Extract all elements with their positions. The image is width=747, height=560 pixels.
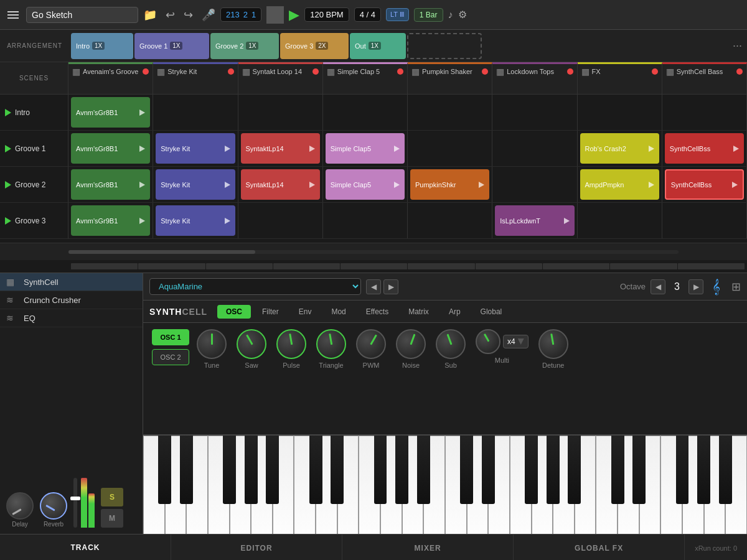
redo-button[interactable]: ↪ (180, 6, 197, 24)
tab-arp[interactable]: Arp (440, 305, 469, 319)
track-header-1[interactable]: ▦Stryke Kit (153, 62, 238, 94)
black-key-17[interactable] (525, 436, 538, 504)
track-header-6[interactable]: ▦FX (578, 62, 662, 94)
track-header-4[interactable]: ▦Pumpkin Shaker (408, 62, 492, 94)
tab-track[interactable]: TRACK (0, 534, 171, 560)
clip-intro-0[interactable]: Avnm'sGr8B1 (68, 95, 153, 130)
black-key-12[interactable] (417, 436, 430, 504)
clip-intro-4[interactable] (408, 95, 492, 130)
menu-button[interactable] (5, 9, 21, 21)
clip-g3-1[interactable]: Stryke Kit (153, 203, 238, 238)
track-header-0[interactable]: ▦Avenaim's Groove (68, 62, 153, 94)
grid-view-icon[interactable]: ⊞ (731, 280, 741, 294)
arr-clip-groove3[interactable]: Groove 3 2X (280, 33, 349, 59)
black-key-19[interactable] (568, 436, 581, 504)
clip-g1-1[interactable]: Stryke Kit (153, 131, 238, 166)
tune-icon[interactable]: ♪ (448, 9, 453, 21)
clip-g3-5[interactable]: IsLpLckdwnT (492, 203, 577, 238)
black-key-24[interactable] (676, 436, 689, 504)
piano-keyboard[interactable] (143, 434, 747, 534)
instrument-item-synthcell[interactable]: ▦ SynthCell (0, 273, 143, 291)
tab-env[interactable]: Env (290, 305, 321, 319)
clip-g3-2[interactable] (238, 203, 323, 238)
black-key-5[interactable] (266, 436, 279, 504)
arr-clip-empty[interactable] (407, 33, 482, 59)
arrangement-more-button[interactable]: ··· (728, 39, 747, 52)
clip-g1-7[interactable]: SynthCellBss (662, 131, 747, 166)
clip-g1-4[interactable] (408, 131, 492, 166)
instrument-item-crunchcrusher[interactable]: ≋ Crunch Crusher (0, 291, 143, 309)
mute-button[interactable]: M (101, 509, 123, 528)
clip-g2-0[interactable]: Avnm'sGr8B1 (68, 167, 153, 202)
preset-select[interactable]: AquaMarine (149, 278, 361, 295)
clip-intro-1[interactable] (153, 95, 238, 130)
tab-editor[interactable]: EDITOR (171, 534, 342, 560)
arr-clip-groove2[interactable]: Groove 2 1X (210, 33, 279, 59)
tab-globalfx[interactable]: GLOBAL FX (514, 534, 685, 560)
instrument-item-eq[interactable]: ≋ EQ (0, 309, 143, 327)
scene-row-groove3[interactable]: Groove 3 (0, 203, 68, 239)
clip-intro-5[interactable] (492, 95, 577, 130)
clip-g3-3[interactable] (323, 203, 408, 238)
preset-next-button[interactable]: ▶ (383, 279, 398, 294)
clip-intro-7[interactable] (662, 95, 747, 130)
osc1-button[interactable]: OSC 1 (152, 329, 189, 345)
clip-g2-5[interactable] (492, 167, 577, 202)
arr-clip-groove1[interactable]: Groove 1 1X (134, 33, 209, 59)
clip-g2-6[interactable]: AmpdPmpkn (578, 167, 662, 202)
undo-button[interactable]: ↩ (162, 6, 179, 24)
multi-selector[interactable]: x4 (503, 335, 529, 348)
black-key-18[interactable] (547, 436, 560, 504)
bar-select[interactable]: 1 Bar (414, 8, 443, 22)
clip-g3-6[interactable] (578, 203, 662, 238)
stop-button[interactable] (266, 6, 284, 24)
pwm-knob[interactable] (356, 329, 386, 359)
track-header-7[interactable]: ▦SynthCell Bass (662, 62, 747, 94)
track-header-5[interactable]: ▦Lockdown Tops (492, 62, 577, 94)
play-button[interactable]: ▶ (289, 7, 299, 23)
clip-g2-4[interactable]: PumpkinShkr (408, 167, 492, 202)
clip-g1-0[interactable]: Avnm'sGr8B1 (68, 131, 153, 166)
preset-prev-button[interactable]: ◀ (366, 279, 381, 294)
black-key-4[interactable] (245, 436, 258, 504)
black-key-7[interactable] (309, 436, 322, 504)
black-key-25[interactable] (697, 436, 710, 504)
solo-button[interactable]: S (101, 488, 123, 506)
settings-icon[interactable]: ⚙ (458, 9, 467, 21)
clip-g1-3[interactable]: Simple Clap5 (323, 131, 408, 166)
multi-knob[interactable] (476, 329, 500, 354)
osc2-button[interactable]: OSC 2 (152, 349, 189, 365)
saw-knob[interactable] (237, 329, 266, 359)
track-header-3[interactable]: ▦Simple Clap 5 (323, 62, 408, 94)
black-key-11[interactable] (395, 436, 408, 504)
clip-g3-7[interactable] (662, 203, 747, 238)
arr-clip-out[interactable]: Out 1X (350, 33, 406, 59)
black-key-10[interactable] (374, 436, 387, 504)
scene-row-intro[interactable]: Intro (0, 95, 68, 131)
project-name-input[interactable] (26, 7, 138, 23)
clip-g1-2[interactable]: SyntaktLp14 (238, 131, 323, 166)
clip-g3-0[interactable]: Avnm'sGr9B1 (68, 203, 153, 238)
black-key-22[interactable] (632, 436, 646, 504)
scrollbar-track[interactable] (68, 250, 679, 254)
delay-knob[interactable] (6, 492, 34, 520)
clip-g2-1[interactable]: Stryke Kit (153, 167, 238, 202)
tab-effects[interactable]: Effects (357, 305, 397, 319)
clip-intro-3[interactable] (323, 95, 408, 130)
clip-g2-3[interactable]: Simple Clap5 (323, 167, 408, 202)
sub-knob[interactable] (436, 329, 466, 359)
mic-button[interactable]: 🎤 (202, 8, 215, 22)
noise-knob[interactable] (396, 329, 426, 359)
volume-fader[interactable] (73, 478, 77, 528)
time-sig-display[interactable]: 4 / 4 (354, 7, 381, 22)
clip-g2-2[interactable]: SyntaktLp14 (238, 167, 323, 202)
scrollbar-thumb[interactable] (68, 250, 255, 254)
bpm-display[interactable]: 120 BPM (304, 7, 349, 22)
piano-roll-icon[interactable]: 𝄞 (712, 279, 720, 295)
black-key-14[interactable] (460, 436, 473, 504)
tab-mod[interactable]: Mod (322, 305, 354, 319)
tab-mixer[interactable]: MIXER (342, 534, 514, 560)
clip-g1-5[interactable] (492, 131, 577, 166)
scene-row-groove1[interactable]: Groove 1 (0, 131, 68, 167)
black-key-26[interactable] (719, 436, 732, 504)
